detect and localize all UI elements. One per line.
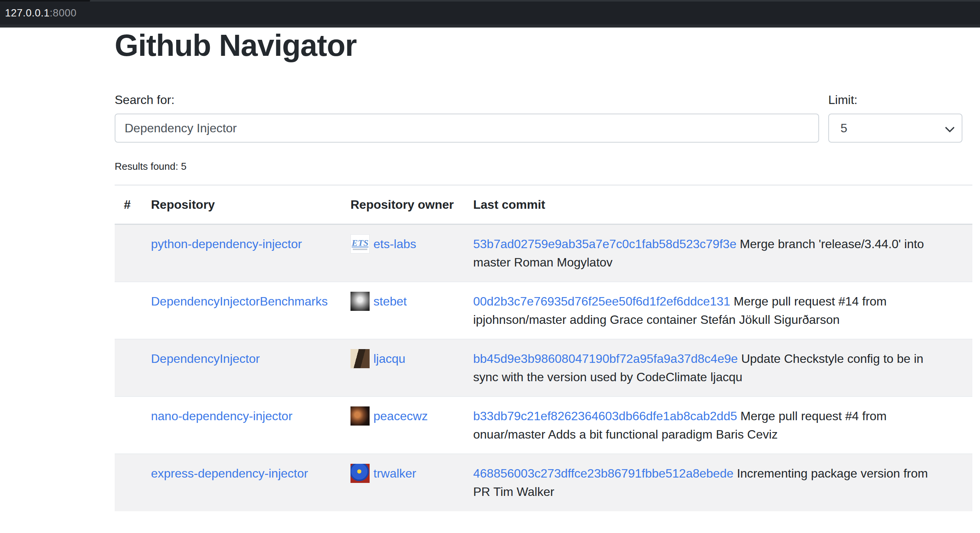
commit-hash-link[interactable]: 468856003c273dffce23b86791fbbe512a8ebede [473,466,733,480]
commit-hash-link[interactable]: 00d2b3c7e76935d76f25ee50f6d1f2ef6ddce131 [473,294,730,308]
search-label: Search for: [115,91,819,109]
commit-hash-link[interactable]: 53b7ad02759e9ab35a7e7c0c1fab58d523c79f3e [473,237,737,251]
index-cell [115,396,142,454]
col-index: # [115,185,142,224]
commit-message: ipjohnson/master adding Grace container … [473,310,963,329]
repo-link[interactable]: python-dependency-injector [151,237,302,251]
repo-link[interactable]: nano-dependency-injector [151,409,292,423]
index-cell [115,224,142,282]
commit-message: master Roman Mogylatov [473,253,963,271]
owner-avatar[interactable] [350,292,370,311]
commit-hash-link[interactable]: bb45d9e3b98608047190bf72a95fa9a37d8c4e9e [473,352,738,366]
table-header-row: # Repository Repository owner Last commi… [115,185,972,224]
address-bar[interactable]: 127.0.0.1:8000 [5,2,76,24]
owner-avatar[interactable] [350,464,370,483]
limit-label: Limit: [828,91,962,109]
page-title: Github Navigator [115,28,972,63]
index-cell [115,282,142,339]
table-row: DependencyInjector ljacqu bb45d9e3b98608… [115,339,972,396]
limit-select[interactable]: 5 [828,114,962,143]
owner-link[interactable]: peacecwz [373,407,428,425]
commit-message: Merge branch 'release/3.44.0' into [740,237,924,251]
col-repository: Repository [142,185,341,224]
address-host: 127.0.0.1 [5,7,50,19]
commit-message: Update Checkstyle config to be in [741,352,923,366]
chevron-down-icon [945,123,954,132]
index-cell [115,339,142,396]
commit-cell: 468856003c273dffce23b86791fbbe512a8ebede… [464,454,972,511]
owner-link[interactable]: ets-labs [373,235,416,253]
content-container: Github Navigator Search for: Limit: 5 Re… [115,28,972,511]
commit-message: Merge pull request #4 from [740,409,886,423]
owner-avatar[interactable] [350,349,370,368]
table-row: DependencyInjectorBenchmarks stebet 00d2… [115,282,972,339]
repo-link[interactable]: DependencyInjectorBenchmarks [151,294,328,308]
commit-message: onuar/master Adds a bit functional parad… [473,425,963,444]
table-row: express-dependency-injector trwalker 468… [115,454,972,511]
address-port: :8000 [50,7,76,19]
repo-link[interactable]: DependencyInjector [151,352,260,366]
commit-message: Incrementing package version from [737,466,928,480]
owner-link[interactable]: ljacqu [373,349,406,368]
limit-group: Limit: 5 [828,91,962,143]
search-input[interactable] [115,114,819,143]
table-row: python-dependency-injector ETS ets-labs … [115,224,972,282]
limit-selected-value: 5 [840,121,847,135]
browser-bar: 127.0.0.1:8000 [0,0,980,28]
repo-link[interactable]: express-dependency-injector [151,466,308,480]
commit-message: Merge pull request #14 from [734,294,887,308]
commit-cell: b33db79c21ef8262364603db66dfe1ab8cab2dd5… [464,396,972,454]
active-tab-edge [90,0,980,2]
commit-cell: 53b7ad02759e9ab35a7e7c0c1fab58d523c79f3e… [464,224,972,282]
index-cell [115,454,142,511]
repos-table: # Repository Repository owner Last commi… [115,185,972,511]
owner-avatar[interactable] [350,406,370,426]
owner-link[interactable]: stebet [373,292,407,310]
chrome-divider [0,24,980,28]
commit-cell: bb45d9e3b98608047190bf72a95fa9a37d8c4e9e… [464,339,972,396]
commit-message: PR Tim Walker [473,483,963,501]
results-count: Results found: 5 [115,159,972,174]
search-form: Search for: Limit: 5 [115,91,972,143]
owner-avatar[interactable]: ETS [350,234,370,253]
page-body: Github Navigator Search for: Limit: 5 Re… [0,28,980,511]
commit-message: sync with the version used by CodeClimat… [473,368,963,386]
commit-hash-link[interactable]: b33db79c21ef8262364603db66dfe1ab8cab2dd5 [473,409,737,423]
avatar-logo-text: ETS [352,238,368,247]
col-owner: Repository owner [341,185,464,224]
table-row: nano-dependency-injector peacecwz b33db7… [115,396,972,454]
commit-cell: 00d2b3c7e76935d76f25ee50f6d1f2ef6ddce131… [464,282,972,339]
col-last-commit: Last commit [464,185,972,224]
search-group: Search for: [115,91,819,143]
owner-link[interactable]: trwalker [373,464,416,483]
